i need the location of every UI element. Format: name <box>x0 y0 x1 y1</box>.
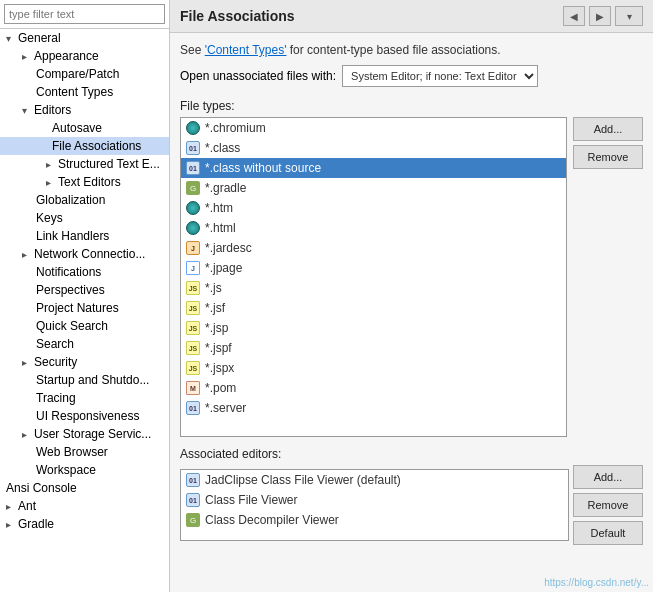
open-unassociated-row: Open unassociated files with: System Edi… <box>180 65 643 87</box>
item-label: JadClipse Class File Viewer (default) <box>205 473 401 487</box>
nav-buttons: ◀ ▶ ▾ <box>563 6 643 26</box>
tree-item-startup[interactable]: Startup and Shutdo... <box>0 371 169 389</box>
tree-label-general: General <box>18 31 61 45</box>
tree-label-project-natures: Project Natures <box>36 301 119 315</box>
tree-item-ansi-console[interactable]: Ansi Console <box>0 479 169 497</box>
tree-item-compare[interactable]: Compare/Patch <box>0 65 169 83</box>
tree-item-structured-text[interactable]: Structured Text E... <box>0 155 169 173</box>
item-icon <box>185 220 201 236</box>
item-label: *.class <box>205 141 240 155</box>
associated-editors-list[interactable]: 01JadClipse Class File Viewer (default)0… <box>180 469 569 541</box>
item-label: *.chromium <box>205 121 266 135</box>
panel-content: See 'Content Types' for content-type bas… <box>170 33 653 576</box>
tree-label-ant: Ant <box>18 499 36 513</box>
remove-editor-button[interactable]: Remove <box>573 493 643 517</box>
tree-item-ui-responsiveness[interactable]: UI Responsiveness <box>0 407 169 425</box>
tree-item-editors[interactable]: Editors <box>0 101 169 119</box>
item-label: *.htm <box>205 201 233 215</box>
tree-item-link-handlers[interactable]: Link Handlers <box>0 227 169 245</box>
open-unassociated-select[interactable]: System Editor; if none: Text Editor <box>342 65 538 87</box>
list-item[interactable]: J*.jpage <box>181 258 566 278</box>
item-icon: 01 <box>185 472 201 488</box>
tree-label-quick-search: Quick Search <box>36 319 108 333</box>
tree-item-perspectives[interactable]: Perspectives <box>0 281 169 299</box>
tree-item-security[interactable]: Security <box>0 353 169 371</box>
item-icon: JS <box>185 340 201 356</box>
item-icon: J <box>185 240 201 256</box>
tree-item-keys[interactable]: Keys <box>0 209 169 227</box>
info-suffix: for content-type based file associations… <box>286 43 500 57</box>
back-button[interactable]: ◀ <box>563 6 585 26</box>
tree-label-content-types: Content Types <box>36 85 113 99</box>
arrow-text-editors <box>46 177 58 188</box>
associated-section: Associated editors: 01JadClipse Class Fi… <box>180 447 643 545</box>
list-item[interactable]: 01*.class without source <box>181 158 566 178</box>
item-label: *.js <box>205 281 222 295</box>
list-item[interactable]: JS*.jsp <box>181 318 566 338</box>
item-icon: G <box>185 512 201 528</box>
tree-label-search: Search <box>36 337 74 351</box>
tree-item-autosave[interactable]: Autosave <box>0 119 169 137</box>
tree-item-user-storage[interactable]: User Storage Servic... <box>0 425 169 443</box>
tree-item-notifications[interactable]: Notifications <box>0 263 169 281</box>
tree-item-gradle[interactable]: Gradle <box>0 515 169 533</box>
menu-button[interactable]: ▾ <box>615 6 643 26</box>
tree-item-ant[interactable]: Ant <box>0 497 169 515</box>
item-icon: 01 <box>185 140 201 156</box>
tree-item-content-types[interactable]: Content Types <box>0 83 169 101</box>
tree-item-file-associations[interactable]: File Associations <box>0 137 169 155</box>
list-item[interactable]: JS*.jspx <box>181 358 566 378</box>
item-icon: J <box>185 260 201 276</box>
add-editor-button[interactable]: Add... <box>573 465 643 489</box>
list-item[interactable]: G*.gradle <box>181 178 566 198</box>
item-label: *.gradle <box>205 181 246 195</box>
list-item[interactable]: *.chromium <box>181 118 566 138</box>
tree-item-globalization[interactable]: Globalization <box>0 191 169 209</box>
default-editor-button[interactable]: Default <box>573 521 643 545</box>
list-item[interactable]: JS*.js <box>181 278 566 298</box>
tree-label-web-browser: Web Browser <box>36 445 108 459</box>
tree-item-workspace[interactable]: Workspace <box>0 461 169 479</box>
filter-input[interactable] <box>4 4 165 24</box>
tree-label-appearance: Appearance <box>34 49 99 63</box>
list-item[interactable]: *.html <box>181 218 566 238</box>
tree-item-general[interactable]: General <box>0 29 169 47</box>
forward-button[interactable]: ▶ <box>589 6 611 26</box>
tree-label-perspectives: Perspectives <box>36 283 105 297</box>
item-label: *.jspx <box>205 361 234 375</box>
arrow-user-storage <box>22 429 34 440</box>
tree-label-editors: Editors <box>34 103 71 117</box>
left-panel: General Appearance Compare/Patch Content… <box>0 0 170 592</box>
list-item[interactable]: JS*.jspf <box>181 338 566 358</box>
list-item[interactable]: GClass Decompiler Viewer <box>181 510 568 530</box>
arrow-security <box>22 357 34 368</box>
list-item[interactable]: JS*.jsf <box>181 298 566 318</box>
arrow-ant <box>6 501 18 512</box>
add-file-type-button[interactable]: Add... <box>573 117 643 141</box>
tree-label-compare: Compare/Patch <box>36 67 119 81</box>
item-label: Class File Viewer <box>205 493 297 507</box>
list-item[interactable]: 01*.class <box>181 138 566 158</box>
tree-item-quick-search[interactable]: Quick Search <box>0 317 169 335</box>
tree-item-appearance[interactable]: Appearance <box>0 47 169 65</box>
list-item[interactable]: J*.jardesc <box>181 238 566 258</box>
list-item[interactable]: 01JadClipse Class File Viewer (default) <box>181 470 568 490</box>
tree-label-globalization: Globalization <box>36 193 105 207</box>
tree-label-autosave: Autosave <box>52 121 102 135</box>
remove-file-type-button[interactable]: Remove <box>573 145 643 169</box>
page-title: File Associations <box>180 8 295 24</box>
list-item[interactable]: *.htm <box>181 198 566 218</box>
tree-item-web-browser[interactable]: Web Browser <box>0 443 169 461</box>
tree-label-network: Network Connectio... <box>34 247 145 261</box>
tree-item-text-editors[interactable]: Text Editors <box>0 173 169 191</box>
file-types-list[interactable]: *.chromium01*.class01*.class without sou… <box>180 117 567 437</box>
content-types-link[interactable]: 'Content Types' <box>205 43 287 57</box>
list-item[interactable]: 01*.server <box>181 398 566 418</box>
list-item[interactable]: M*.pom <box>181 378 566 398</box>
list-item[interactable]: 01Class File Viewer <box>181 490 568 510</box>
tree-item-network[interactable]: Network Connectio... <box>0 245 169 263</box>
tree-item-project-natures[interactable]: Project Natures <box>0 299 169 317</box>
tree-item-tracing[interactable]: Tracing <box>0 389 169 407</box>
tree-item-search[interactable]: Search <box>0 335 169 353</box>
item-label: *.jspf <box>205 341 232 355</box>
